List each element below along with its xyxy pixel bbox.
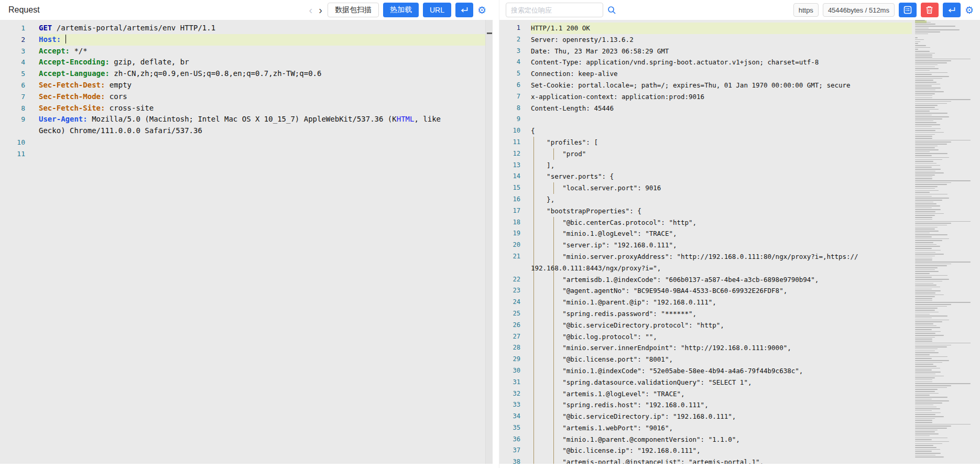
code-line[interactable]: 20 "server.ip": "192.168.0.111", [499, 240, 980, 251]
response-detail-button[interactable] [899, 3, 917, 17]
minimap-line [915, 354, 930, 355]
response-editor[interactable]: 1HTTP/1.1 200 OK2Server: openresty/1.13.… [499, 20, 980, 464]
code-line[interactable]: 25 "spring.redis.password": "******", [499, 308, 980, 320]
code-line[interactable]: 15 "local.server.port": 9016 [499, 182, 980, 194]
response-settings-gear-icon[interactable]: ⚙ [965, 5, 974, 15]
code-line[interactable]: 8Content-Length: 45446 [499, 103, 980, 114]
code-line[interactable]: 17 "bootstrapProperties": { [499, 205, 980, 217]
minimap-line [915, 240, 942, 241]
code-line[interactable]: 6Sec-Fetch-Dest: empty [0, 80, 493, 91]
minimap-line [915, 383, 971, 384]
code-line[interactable]: 22 "artemisdb.1.@indexCode": "606b0137-a… [499, 274, 980, 286]
minimap-line [915, 97, 932, 99]
minimap-line [915, 34, 928, 35]
send-request-button[interactable] [455, 3, 473, 17]
history-next-icon[interactable]: › [318, 5, 323, 15]
code-line[interactable]: 28 "minio.server.innerEndpoint": "http:/… [499, 342, 980, 354]
code-line[interactable]: 11 "profiles": [ [499, 137, 980, 148]
packet-scan-button[interactable]: 数据包扫描 [328, 3, 379, 17]
minimap-line [915, 443, 942, 444]
search-icon[interactable] [607, 6, 616, 15]
line-text: Sec-Fetch-Dest: empty [39, 80, 458, 91]
code-line[interactable]: 23 "@agent.agentNo": "BC9E9540-9BA4-4533… [499, 285, 980, 297]
code-line[interactable]: 33 "spring.redis.host": "192.168.0.111", [499, 399, 980, 411]
line-body: "@bic.log.protocol": "", [531, 331, 912, 343]
code-line[interactable]: 26 "@bic.serviceDirectory.protocol": "ht… [499, 320, 980, 331]
request-settings-gear-icon[interactable]: ⚙ [477, 5, 486, 15]
minimap-line [915, 246, 940, 247]
request-editor[interactable]: 1GET /artemis-portal/artemis/env HTTP/1.… [0, 20, 493, 464]
code-line[interactable]: 10 [0, 137, 493, 148]
code-line[interactable]: 5Accept-Language: zh-CN,zh;q=0.9,en-US;q… [0, 68, 493, 80]
code-line[interactable]: 5Connection: keep-alive [499, 68, 980, 80]
code-line[interactable]: 38 "artemis-portal.@instanceList": "arte… [499, 456, 980, 464]
code-line[interactable]: 37 "@bic.license.ip": "192.168.0.111", [499, 445, 980, 456]
minimap-line [915, 296, 935, 297]
line-body [531, 114, 912, 125]
response-search-input[interactable] [506, 3, 603, 17]
code-line[interactable]: 1HTTP/1.1 200 OK [499, 23, 980, 34]
minimap-line [915, 416, 944, 417]
line-body: Sec-Fetch-Site: cross-site [39, 103, 493, 114]
code-line[interactable]: 4Content-Type: application/vnd.spring-bo… [499, 57, 980, 68]
code-line[interactable]: 35 "artemis.1.webPort": "9016", [499, 422, 980, 434]
minimap-line [915, 310, 935, 311]
line-number: 15 [499, 182, 520, 194]
code-line[interactable]: 16 }, [499, 194, 980, 205]
code-line[interactable]: 9 [499, 114, 980, 125]
code-line[interactable]: 4Accept-Encoding: gzip, deflate, br [0, 57, 493, 68]
minimap-line [915, 277, 932, 278]
line-number: 14 [499, 171, 520, 182]
minimap-line [915, 140, 971, 141]
minimap-line [915, 209, 941, 210]
panel-divider[interactable] [493, 0, 499, 468]
code-line[interactable]: 11 [0, 148, 493, 160]
minimap-line [915, 397, 948, 398]
code-line[interactable]: 1GET /artemis-portal/artemis/env HTTP/1.… [0, 23, 493, 34]
minimap-line [915, 321, 942, 322]
code-line[interactable]: 32 "artemis.1.@logLevel": "TRACE", [499, 388, 980, 400]
code-line[interactable]: 29 "@bic.license.port": "8001", [499, 354, 980, 365]
minimap-line [915, 325, 937, 326]
line-text: "local.server.port": 9016 [531, 182, 858, 194]
code-line[interactable]: 2Server: openresty/1.13.6.2 [499, 34, 980, 46]
code-line[interactable]: 12 "prod" [499, 148, 980, 160]
minimap-line [915, 306, 947, 307]
code-line[interactable]: 21 "minio.server.proxyAddress": "http://… [499, 251, 980, 274]
resend-request-button[interactable] [943, 3, 961, 17]
line-text: "prod" [531, 148, 858, 160]
minimap-line [915, 188, 935, 189]
code-line[interactable]: 31 "spring.datasource.validationQuery": … [499, 377, 980, 388]
line-body: x-application-context: application:prod:… [531, 91, 912, 103]
code-line[interactable]: 27 "@bic.log.protocol": "", [499, 331, 980, 343]
code-line[interactable]: 30 "minio.1.@indexCode": "52e05abe-58ee-… [499, 365, 980, 377]
code-line[interactable]: 3Date: Thu, 23 Mar 2023 06:58:29 GMT [499, 46, 980, 57]
url-button[interactable]: URL [423, 3, 451, 17]
minimap-line [915, 449, 940, 450]
minimap-line [915, 167, 932, 168]
minimap-line [915, 264, 951, 265]
code-line[interactable]: 19 "minio.1.@logLevel": "TRACE", [499, 228, 980, 240]
code-line[interactable]: 7Sec-Fetch-Mode: cors [0, 91, 493, 103]
minimap[interactable] [915, 20, 974, 464]
code-line[interactable]: 34 "@bic.serviceDirectory.ip": "192.168.… [499, 411, 980, 422]
code-line[interactable]: 13 ], [499, 160, 980, 171]
hot-reload-button[interactable]: 热加载 [383, 3, 419, 17]
code-line[interactable]: 8Sec-Fetch-Site: cross-site [0, 103, 493, 114]
minimap-line [915, 228, 935, 230]
code-line[interactable]: 9User-Agent: Mozilla/5.0 (Macintosh; Int… [0, 114, 493, 137]
code-line[interactable]: 36 "minio.1.@parent.@componentVersion": … [499, 434, 980, 445]
clear-response-button[interactable] [921, 3, 939, 17]
code-line[interactable]: 14 "server.ports": { [499, 171, 980, 182]
minimap-line [915, 177, 932, 178]
code-line[interactable]: 3Accept: */* [0, 46, 493, 57]
history-prev-icon[interactable]: ‹ [308, 5, 314, 15]
code-line[interactable]: 10{ [499, 125, 980, 137]
code-line[interactable]: 24 "minio.1.@parent.@ip": "192.168.0.111… [499, 297, 980, 308]
code-line[interactable]: 6Set-Cookie: portal.locale=; path=/; exp… [499, 80, 980, 91]
code-line[interactable]: 2Host: [0, 34, 493, 46]
code-line[interactable]: 18 "@bic.centerCas.protocol": "http", [499, 217, 980, 228]
code-line[interactable]: 7x-application-context: application:prod… [499, 91, 980, 103]
minimap-line [915, 408, 940, 409]
minimap-line [915, 287, 940, 288]
